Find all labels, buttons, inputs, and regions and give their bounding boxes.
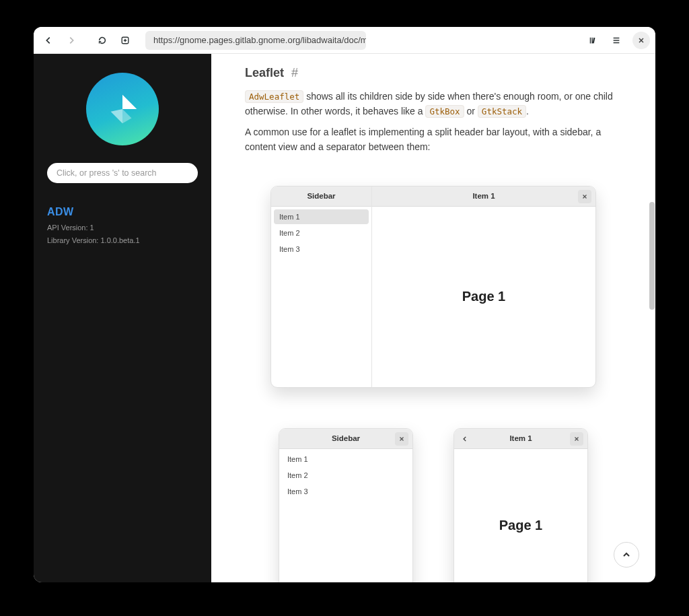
svg-marker-2 xyxy=(111,109,122,123)
mock-app-narrow-sidebar: Sidebar Item 1 Item 2 Item 3 xyxy=(279,428,413,582)
list-item[interactable]: Item 3 xyxy=(282,484,410,499)
mock-sidebar-pane: Sidebar Item 1 Item 2 Item 3 xyxy=(271,186,372,387)
section-heading: Leaflet # xyxy=(245,66,622,80)
mock-sidebar-header: Sidebar xyxy=(271,186,371,207)
mock-content-header: Item 1 xyxy=(372,186,595,207)
list-item[interactable]: Item 3 xyxy=(274,242,369,256)
url-text: https://gnome.pages.gitlab.gnome.org/lib… xyxy=(153,35,366,45)
address-bar[interactable]: https://gnome.pages.gitlab.gnome.org/lib… xyxy=(145,31,366,50)
mock-sidebar-list: Item 1 Item 2 Item 3 xyxy=(271,207,371,261)
svg-marker-1 xyxy=(122,95,137,109)
mock-sidebar-title: Sidebar xyxy=(307,192,335,200)
scroll-to-top-button[interactable] xyxy=(614,542,639,568)
close-icon[interactable] xyxy=(395,432,408,446)
list-item[interactable]: Item 2 xyxy=(274,226,369,240)
mock-content-title: Item 1 xyxy=(472,192,495,200)
close-icon[interactable] xyxy=(578,190,591,203)
paragraph-2: A common use for a leaflet is implementi… xyxy=(245,125,622,154)
list-item[interactable]: Item 1 xyxy=(274,209,369,224)
doc-main[interactable]: Leaflet # AdwLeaflet shows all its child… xyxy=(211,54,655,582)
api-version: API Version: 1 xyxy=(47,222,94,234)
menu-button[interactable] xyxy=(607,31,626,50)
mock-app-wide: Sidebar Item 1 Item 2 Item 3 Item 1 xyxy=(270,186,596,388)
heading-anchor[interactable]: # xyxy=(291,66,298,79)
svg-marker-3 xyxy=(122,109,132,123)
back-button[interactable] xyxy=(39,31,58,50)
mock-sidebar-title: Sidebar xyxy=(332,434,360,442)
paragraph-1: AdwLeaflet shows all its children side b… xyxy=(245,90,622,118)
mock-content-header-narrow: Item 1 xyxy=(454,429,587,449)
search-input[interactable] xyxy=(47,163,198,183)
doc-sidebar: ADW API Version: 1 Library Version: 1.0.… xyxy=(34,54,211,582)
content-area: ADW API Version: 1 Library Version: 1.0.… xyxy=(34,54,655,582)
mock-page-label: Page 1 xyxy=(372,207,595,387)
mock-content-title: Item 1 xyxy=(509,434,532,442)
mock-app-narrow-content: Item 1 Page 1 xyxy=(454,428,588,582)
list-item[interactable]: Item 1 xyxy=(282,452,410,467)
scrollbar-thumb[interactable] xyxy=(649,202,655,310)
library-name[interactable]: ADW xyxy=(47,206,74,218)
code-gtkbox[interactable]: GtkBox xyxy=(425,105,464,118)
figure-narrow: Sidebar Item 1 Item 2 Item 3 xyxy=(245,428,622,582)
library-version: Library Version: 1.0.0.beta.1 xyxy=(47,235,140,246)
library-icon[interactable] xyxy=(584,31,603,50)
figure-wide: Sidebar Item 1 Item 2 Item 3 Item 1 xyxy=(245,186,622,388)
code-gtkstack[interactable]: GtkStack xyxy=(478,105,526,118)
window-close-button[interactable] xyxy=(632,32,650,49)
mock-content-pane: Item 1 Page 1 xyxy=(372,186,595,387)
browser-toolbar: https://gnome.pages.gitlab.gnome.org/lib… xyxy=(34,27,655,54)
mock-sidebar-list-narrow: Item 1 Item 2 Item 3 xyxy=(279,449,412,503)
browser-window: https://gnome.pages.gitlab.gnome.org/lib… xyxy=(34,27,655,582)
close-icon[interactable] xyxy=(570,432,583,446)
forward-button[interactable] xyxy=(62,31,81,50)
back-icon[interactable] xyxy=(458,432,472,446)
list-item[interactable]: Item 2 xyxy=(282,468,410,483)
code-adwleaflet[interactable]: AdwLeaflet xyxy=(245,90,303,103)
reload-button[interactable] xyxy=(93,31,112,50)
library-logo xyxy=(86,73,159,145)
heading-text: Leaflet xyxy=(245,66,284,79)
new-tab-button[interactable] xyxy=(116,31,135,50)
mock-sidebar-header-narrow: Sidebar xyxy=(279,429,412,449)
mock-page-label: Page 1 xyxy=(454,449,587,582)
